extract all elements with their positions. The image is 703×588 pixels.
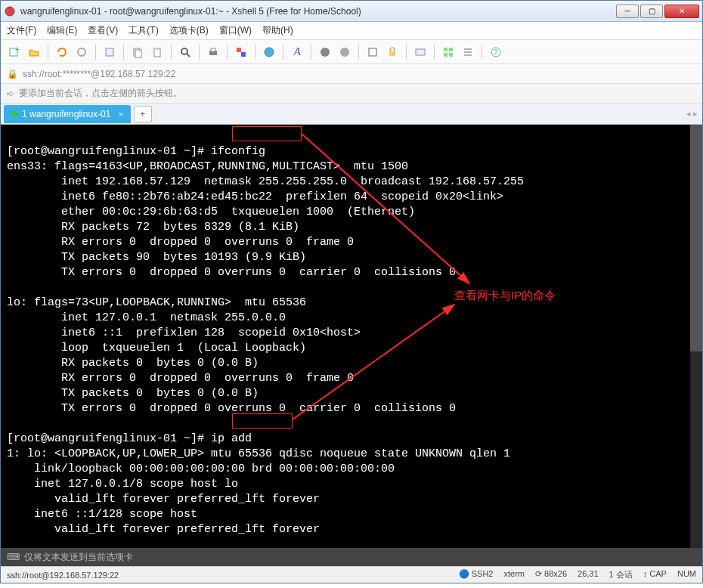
tab-bar: 1 wangruifenglinux-01 × + ◂ ▸ xyxy=(1,104,702,125)
svg-rect-21 xyxy=(444,48,448,51)
tab-nav[interactable]: ◂ ▸ xyxy=(686,109,698,119)
menu-view[interactable]: 查看(V) xyxy=(88,24,118,37)
svg-line-10 xyxy=(187,54,190,57)
help-icon[interactable]: ? xyxy=(488,45,503,60)
menu-tab[interactable]: 选项卡(B) xyxy=(169,24,209,37)
output-line: TX errors 0 dropped 0 overruns 0 carrier… xyxy=(7,266,456,279)
app-icon xyxy=(4,5,16,17)
status-cap: CAP xyxy=(649,569,667,578)
menu-edit[interactable]: 编辑(E) xyxy=(47,24,77,37)
address-text[interactable]: ssh://root:********@192.168.57.129:22 xyxy=(23,69,175,79)
copy-icon[interactable] xyxy=(130,45,145,60)
disconnect-icon[interactable] xyxy=(74,45,89,60)
output-line: inet6 fe80::2b76:ab24:ed45:bc22 prefixle… xyxy=(7,190,503,203)
maximize-button[interactable]: ▢ xyxy=(640,5,663,18)
toolbar: + A ? xyxy=(1,40,702,64)
svg-rect-8 xyxy=(156,48,159,50)
globe-icon[interactable] xyxy=(262,45,277,60)
svg-point-9 xyxy=(181,48,187,54)
output-line: lo: flags=73<UP,LOOPBACK,RUNNING> mtu 65… xyxy=(7,296,306,309)
output-line: link/loopback 00:00:00:00:00:00 brd 00:0… xyxy=(7,463,395,475)
prompt: [root@wangruifenglinux-01 ~]# xyxy=(7,432,204,445)
svg-rect-23 xyxy=(444,53,448,57)
layout-icon[interactable] xyxy=(441,45,456,60)
output-line: loop txqueuelen 1 (Local Loopback) xyxy=(7,342,306,354)
menu-help[interactable]: 帮助(H) xyxy=(262,24,293,37)
output-line: RX packets 72 bytes 8329 (8.1 KiB) xyxy=(7,221,299,234)
new-tab-button[interactable]: + xyxy=(134,106,152,122)
menu-window[interactable]: 窗口(W) xyxy=(219,24,252,37)
titlebar[interactable]: wangruifenglinux-01 - root@wangruifengli… xyxy=(1,1,702,22)
paste-icon[interactable] xyxy=(150,45,165,60)
fullscreen-icon[interactable] xyxy=(365,45,380,60)
find-icon[interactable] xyxy=(178,45,193,60)
separator xyxy=(199,45,200,60)
output-line: inet6 ::1/128 scope host xyxy=(7,508,197,521)
output-line: ens33: flags=4163<UP,BROADCAST,RUNNING,M… xyxy=(7,160,408,173)
menu-file[interactable]: 文件(F) xyxy=(7,24,36,37)
app-window: wangruifenglinux-01 - root@wangruifengli… xyxy=(0,0,703,583)
print-icon[interactable] xyxy=(206,45,221,60)
output-line: RX errors 0 dropped 0 overruns 0 frame 0 xyxy=(7,236,354,249)
compose-icon: ⌨ xyxy=(7,552,20,562)
annotation-text: 查看网卡与IP的命令 xyxy=(454,288,556,303)
svg-rect-6 xyxy=(135,50,141,57)
scrollbar[interactable] xyxy=(690,125,702,548)
output-line: TX packets 0 bytes 0 (0.0 B) xyxy=(7,387,259,400)
separator xyxy=(95,45,96,60)
command: ip add xyxy=(204,432,252,445)
font-icon[interactable]: A xyxy=(290,45,305,60)
output-line: inet 192.168.57.129 netmask 255.255.255.… xyxy=(7,175,524,188)
transfer-icon[interactable] xyxy=(413,45,428,60)
script-icon[interactable] xyxy=(317,45,333,60)
minimize-button[interactable]: ─ xyxy=(616,5,639,18)
output-line: inet 127.0.0.1 netmask 255.0.0.0 xyxy=(7,311,286,324)
menubar: 文件(F) 编辑(E) 查看(V) 工具(T) 选项卡(B) 窗口(W) 帮助(… xyxy=(1,22,702,40)
status-address: ssh://root@192.168.57.129:22 xyxy=(7,571,119,580)
arrow-icon[interactable]: ➪ xyxy=(7,88,14,99)
close-button[interactable]: ✕ xyxy=(664,5,699,18)
svg-rect-13 xyxy=(237,48,241,52)
status-size: 88x26 xyxy=(544,569,567,578)
compose-hint: 仅将文本发送到当前选项卡 xyxy=(24,551,133,564)
svg-rect-24 xyxy=(449,53,453,57)
svg-rect-20 xyxy=(416,49,425,55)
color-icon[interactable] xyxy=(234,45,249,60)
svg-point-16 xyxy=(321,48,330,57)
separator xyxy=(434,45,435,60)
properties-icon[interactable] xyxy=(102,45,117,60)
svg-point-17 xyxy=(340,48,349,57)
separator xyxy=(283,45,283,60)
svg-text:?: ? xyxy=(494,48,498,57)
script2-icon[interactable] xyxy=(337,45,352,60)
session-tab[interactable]: 1 wangruifenglinux-01 × xyxy=(4,105,131,123)
window-controls: ─ ▢ ✕ xyxy=(615,5,699,18)
list-icon[interactable] xyxy=(460,45,475,60)
svg-point-15 xyxy=(265,48,274,57)
open-icon[interactable] xyxy=(26,45,42,60)
status-cursor: 26,31 xyxy=(578,569,599,580)
scrollbar-thumb[interactable] xyxy=(690,125,702,351)
close-tab-icon[interactable]: × xyxy=(118,110,122,119)
window-title: wangruifenglinux-01 - root@wangruifengli… xyxy=(20,6,615,17)
new-session-icon[interactable]: + xyxy=(7,45,22,60)
output-line: RX errors 0 dropped 0 overruns 0 frame 0 xyxy=(7,372,354,385)
annotation-box xyxy=(232,126,302,141)
prompt: [root@wangruifenglinux-01 ~]# xyxy=(7,145,204,158)
lock-icon: 🔒 xyxy=(7,69,18,79)
compose-bar[interactable]: ⌨ 仅将文本发送到当前选项卡 xyxy=(1,548,702,566)
terminal[interactable]: [root@wangruifenglinux-01 ~]# ifconfig e… xyxy=(1,125,702,548)
status-num: NUM xyxy=(677,569,696,580)
status-ssh: SSH2 xyxy=(472,569,494,578)
address-bar: 🔒 ssh://root:********@192.168.57.129:22 xyxy=(1,64,702,84)
output-line: RX packets 0 bytes 0 (0.0 B) xyxy=(7,357,259,370)
output-line: inet 127.0.0.1/8 scope host lo xyxy=(7,478,238,491)
status-sessions: 1 会话 xyxy=(609,569,633,580)
menu-tools[interactable]: 工具(T) xyxy=(129,24,158,37)
output-line: ether 00:0c:29:6b:63:d5 txqueuelen 1000 … xyxy=(7,206,415,218)
reconnect-icon[interactable] xyxy=(54,45,70,60)
separator xyxy=(48,45,48,60)
svg-text:+: + xyxy=(15,46,20,54)
lock-icon[interactable] xyxy=(385,45,400,60)
output-line: TX packets 90 bytes 10193 (9.9 KiB) xyxy=(7,251,306,264)
